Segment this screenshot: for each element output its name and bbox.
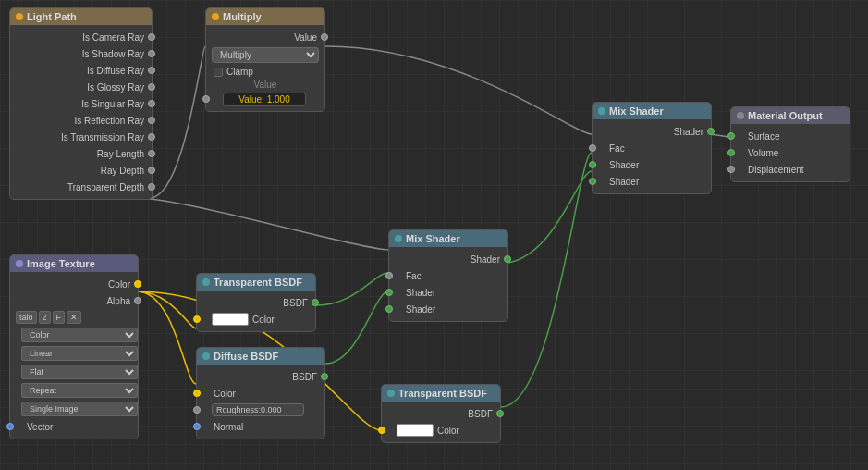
trans-top-color-swatch[interactable]	[212, 313, 249, 326]
socket-mix-top-shader1	[589, 161, 596, 168]
multiply-operation-select[interactable]: Multiply	[212, 47, 319, 63]
socket-mat-surface	[727, 132, 735, 140]
mix-shader-mid-title: Mix Shader	[406, 233, 460, 244]
mat-out-displacement: Displacement	[731, 161, 850, 178]
socket-diffuse-ray	[148, 67, 155, 74]
material-output-icon	[737, 112, 744, 119]
mix-shader-mid-body: Shader Fac Shader Shader	[389, 247, 507, 321]
multiply-value-input[interactable]	[223, 93, 306, 106]
socket-img-vector	[6, 423, 14, 430]
node-multiply: Multiply Value Multiply Clamp Value	[205, 7, 325, 112]
node-mix-shader-top: Mix Shader Shader Fac Shader Shader	[592, 102, 712, 194]
transparent-bsdf-top-title: Transparent BSDF	[214, 277, 302, 288]
multiply-in-value	[206, 91, 324, 107]
img-single-dropdown[interactable]: Single Image	[21, 402, 138, 416]
socket-trans-top-color	[193, 315, 201, 323]
diffuse-normal-row: Normal	[197, 418, 324, 435]
diffuse-roughness-input[interactable]	[212, 403, 304, 416]
mix-top-out: Shader	[593, 123, 711, 140]
socket-img-alpha	[134, 297, 141, 304]
mix-mid-shader1: Shader	[389, 284, 507, 301]
socket-camera-ray	[148, 33, 155, 41]
mix-shader-top-icon	[598, 107, 605, 115]
socket-mix-mid-out	[504, 255, 511, 263]
mix-shader-top-title: Mix Shader	[609, 105, 664, 117]
image-texture-title: Image Texture	[27, 258, 95, 269]
node-transparent-bsdf-bot: Transparent BSDF BSDF Color	[381, 384, 501, 443]
img-flat-dropdown[interactable]: Flat	[21, 365, 138, 379]
light-path-icon	[16, 13, 23, 20]
trans-bot-color-swatch[interactable]	[397, 424, 434, 437]
socket-mix-mid-shader1	[385, 289, 393, 296]
img-color-dropdown[interactable]: Color	[21, 328, 138, 342]
mix-mid-shader2: Shader	[389, 301, 507, 317]
img-btn-talo[interactable]: talo	[16, 311, 37, 324]
multiply-clamp-checkbox[interactable]	[214, 68, 223, 77]
socket-multiply-out	[321, 33, 328, 41]
img-controls: talo 2 F ✕	[10, 309, 138, 326]
multiply-icon	[212, 13, 219, 20]
diffuse-color-row: Color	[197, 385, 324, 402]
socket-mix-mid-fac	[385, 272, 393, 279]
light-path-row-glossy: Is Glossy Ray	[10, 79, 152, 95]
multiply-value-label: Value	[206, 79, 324, 91]
img-btn-x[interactable]: ✕	[67, 311, 81, 324]
img-btn-2[interactable]: 2	[39, 311, 51, 324]
trans-bot-color-row: Color	[382, 422, 500, 439]
transparent-bsdf-bot-icon	[387, 390, 395, 397]
light-path-body: Is Camera Ray Is Shadow Ray Is Diffuse R…	[10, 25, 152, 199]
socket-glossy-ray	[148, 83, 155, 91]
mix-mid-out: Shader	[389, 251, 507, 267]
socket-multiply-in	[202, 95, 210, 103]
multiply-title: Multiply	[223, 11, 262, 22]
socket-transmission-ray	[148, 133, 155, 141]
diffuse-bsdf-title: Diffuse BSDF	[214, 351, 278, 362]
light-path-row-diffuse: Is Diffuse Ray	[10, 62, 152, 79]
img-tex-alpha-out: Alpha	[10, 292, 138, 309]
light-path-row-length: Ray Length	[10, 145, 152, 162]
mix-shader-mid-header: Mix Shader	[389, 230, 507, 247]
socket-mix-top-out	[707, 128, 715, 135]
socket-mix-top-fac	[589, 144, 596, 152]
socket-mix-top-shader2	[589, 178, 596, 185]
diffuse-bsdf-header: Diffuse BSDF	[197, 348, 324, 365]
socket-img-color	[134, 280, 141, 288]
mix-top-shader2: Shader	[593, 173, 711, 190]
img-repeat-dropdown[interactable]: Repeat	[21, 383, 138, 398]
img-btn-f[interactable]: F	[53, 311, 66, 324]
light-path-row-reflection: Is Reflection Ray	[10, 112, 152, 129]
light-path-row-transparent: Transparent Depth	[10, 179, 152, 195]
mix-shader-mid-icon	[395, 235, 402, 242]
socket-trans-bot-out	[496, 410, 504, 417]
img-vector-row: Vector	[10, 418, 138, 435]
mix-shader-top-body: Shader Fac Shader Shader	[593, 119, 711, 193]
material-output-header: Material Output	[731, 107, 850, 124]
socket-reflection-ray	[148, 117, 155, 124]
socket-singular-ray	[148, 100, 155, 107]
light-path-header: Light Path	[10, 8, 152, 25]
light-path-row-singular: Is Singular Ray	[10, 95, 152, 112]
socket-ray-depth	[148, 167, 155, 174]
transparent-bsdf-bot-header: Transparent BSDF	[382, 385, 500, 402]
mix-top-fac: Fac	[593, 140, 711, 156]
light-path-title: Light Path	[27, 11, 77, 22]
socket-trans-top-out	[312, 299, 319, 306]
transparent-bsdf-bot-title: Transparent BSDF	[398, 388, 487, 399]
socket-diffuse-normal	[193, 423, 201, 430]
transparent-bsdf-top-header: Transparent BSDF	[197, 274, 315, 291]
multiply-body: Value Multiply Clamp Value	[206, 25, 324, 111]
mat-out-surface: Surface	[731, 128, 850, 144]
trans-bot-bsdf-out: BSDF	[382, 405, 500, 422]
diffuse-roughness-row	[197, 402, 324, 418]
img-linear-dropdown[interactable]: Linear	[21, 346, 138, 361]
node-material-output: Material Output Surface Volume Displacem…	[730, 106, 850, 182]
socket-transparent-depth	[148, 183, 155, 191]
mix-top-shader1: Shader	[593, 156, 711, 173]
light-path-row-depth: Ray Depth	[10, 162, 152, 179]
image-texture-header: Image Texture	[10, 255, 138, 272]
multiply-clamp-label: Clamp	[226, 67, 253, 77]
light-path-row-transmission: Is Transmission Ray	[10, 129, 152, 145]
light-path-row-camera: Is Camera Ray	[10, 29, 152, 45]
node-mix-shader-mid: Mix Shader Shader Fac Shader Shader	[388, 229, 508, 322]
img-tex-color-out: Color	[10, 276, 138, 292]
